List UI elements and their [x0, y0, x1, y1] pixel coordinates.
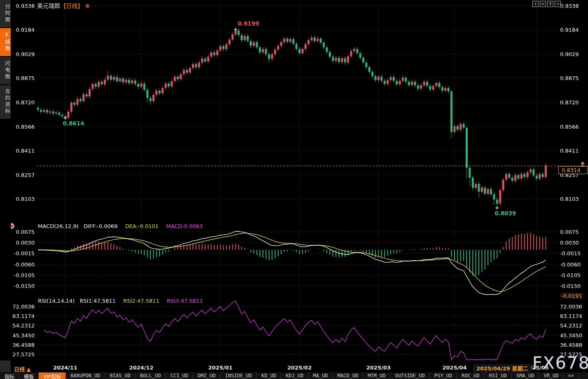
y-axis-label: 0.8720 — [560, 99, 579, 106]
candle — [435, 83, 437, 86]
candle — [238, 31, 240, 35]
candle — [128, 80, 130, 83]
candle — [265, 49, 267, 54]
candle — [46, 110, 48, 113]
toolbar-item-ROC_UD[interactable]: ROC_UD — [457, 372, 484, 379]
chart-canvas[interactable]: 0.91990.86140.8039 — [0, 0, 588, 379]
rsi-header: RSI(14,14,14) RSI1:47.5811 RSI2:47.5811 … — [38, 298, 203, 304]
candle — [256, 42, 258, 47]
candle — [216, 50, 218, 55]
candle — [320, 39, 322, 43]
rsi2-value: RSI2:47.5811 — [123, 298, 159, 304]
toolbar-item-CCI_UD[interactable]: CCI_UD — [166, 372, 193, 379]
extreme-marker — [234, 28, 237, 31]
toolbar-more-button[interactable]: >> — [564, 372, 579, 379]
candle — [454, 126, 456, 132]
chevron-up-icon: ▲ — [27, 366, 31, 372]
sidebar-tab-1[interactable]: K线图 — [0, 28, 11, 56]
candle — [228, 40, 230, 44]
toolbar-item-MACD_UD[interactable]: MACD_UD — [333, 372, 363, 379]
candle — [295, 44, 298, 49]
macd-name: MACD(26,12,9) — [38, 223, 79, 229]
macd-dea-value: DEA:-0.0101 — [125, 223, 158, 229]
candle — [61, 115, 63, 117]
candle — [335, 58, 337, 61]
candle — [162, 88, 164, 93]
zoom-vertical-icon[interactable]: ↕ — [547, 1, 553, 7]
candle — [472, 178, 474, 188]
candle — [286, 39, 288, 42]
x-axis-label: 2025/02 — [287, 365, 312, 371]
toolbar-item-BIAS_UD[interactable]: BIAS_UD — [105, 372, 136, 379]
sidebar: 分时图K线图闪电图合约资料 — [0, 0, 11, 372]
candle — [164, 84, 166, 88]
toolbar-item-VIP指标[interactable]: VIP指标 — [39, 372, 66, 379]
toolbar-item-OUTSIDE_UD[interactable]: OUTSIDE_UD — [391, 372, 430, 379]
toolbar-item-MA_UD[interactable]: MA_UD — [309, 372, 333, 379]
y-axis-label: 0.0030 — [560, 240, 579, 246]
candle — [527, 172, 529, 177]
candles — [37, 28, 547, 209]
candle — [377, 77, 380, 80]
candle — [536, 176, 538, 179]
candle — [250, 41, 252, 46]
toolbar-item-BARUPDN_UD[interactable]: BARUPDN_UD — [66, 372, 105, 379]
candle — [159, 91, 161, 93]
candle — [444, 88, 446, 90]
candle — [496, 200, 498, 204]
candle — [177, 77, 179, 79]
candle — [219, 46, 221, 51]
candle — [268, 54, 270, 59]
toolbar-item-指标[interactable]: 指标 — [0, 372, 19, 379]
crosshair-tool-icon[interactable]: + — [532, 1, 539, 7]
candle — [408, 82, 410, 85]
macd-diff-value: DIFF:-0.0069 — [84, 223, 117, 229]
x-axis-label: 2025/04 — [443, 365, 467, 371]
y-axis-label: -0.0060 — [560, 261, 581, 267]
toolbar-item-PSY_UD[interactable]: PSY_UD — [430, 372, 457, 379]
y-axis-label: 36.4588 — [560, 341, 582, 348]
toolbar-item-MTM_UD[interactable]: MTM_UD — [363, 372, 390, 379]
sidebar-tab-3[interactable]: 合约资料 — [0, 85, 11, 119]
candle — [532, 169, 534, 175]
watermark-logo: FX678 — [532, 353, 588, 373]
toolbar-item-模板[interactable]: 模板 — [19, 372, 39, 379]
toolbar-item-VR_UD[interactable]: VR_UD — [539, 372, 563, 379]
toolbar-item-KD_UD[interactable]: KD_UD — [257, 372, 281, 379]
candle — [241, 35, 243, 40]
toolbar-item-INSIDE_UD[interactable]: INSIDE_UD — [220, 372, 257, 379]
candle — [450, 92, 452, 132]
candle — [302, 49, 304, 53]
candle — [484, 188, 486, 194]
toolbar-item-BOLL_UD[interactable]: BOLL_UD — [136, 372, 166, 379]
candle — [384, 81, 386, 84]
y-axis-label: 0.9338 — [560, 3, 579, 9]
toolbar-item-RSI_UD[interactable]: RSI_UD — [485, 372, 512, 379]
macd-header: MACD(26,12,9) DIFF:-0.0069 DEA:-0.0101 M… — [38, 223, 203, 229]
extreme-marker — [63, 116, 67, 120]
candle — [55, 113, 57, 114]
candle — [447, 88, 450, 91]
sidebar-tab-2[interactable]: 闪电图 — [0, 57, 11, 84]
candle — [417, 85, 419, 89]
candle — [350, 51, 352, 56]
zoom-horizontal-icon[interactable]: ↔ — [540, 1, 546, 7]
toolbar-item-KDJ_UD[interactable]: KDJ_UD — [281, 372, 308, 379]
y-axis-label: 0.0075 — [560, 229, 579, 235]
candle — [89, 89, 91, 97]
candle — [305, 44, 307, 49]
pan-right-icon[interactable]: → — [555, 1, 561, 7]
candle — [183, 70, 185, 74]
x-axis-label: 2024/11 — [53, 365, 77, 371]
sidebar-tab-0[interactable]: 分时图 — [0, 0, 11, 27]
expand-icon[interactable]: ⊕ — [85, 2, 90, 9]
candle — [204, 59, 206, 61]
candle — [271, 54, 273, 59]
candle — [150, 98, 152, 101]
candle — [475, 184, 477, 188]
toolbar-item-DMI_UD[interactable]: DMI_UD — [193, 372, 220, 379]
toolbar-item-SMA_UD[interactable]: SMA_UD — [512, 372, 539, 379]
candle — [289, 39, 291, 42]
candle — [356, 49, 358, 53]
y-axis-label: 45.3450 — [560, 332, 582, 338]
